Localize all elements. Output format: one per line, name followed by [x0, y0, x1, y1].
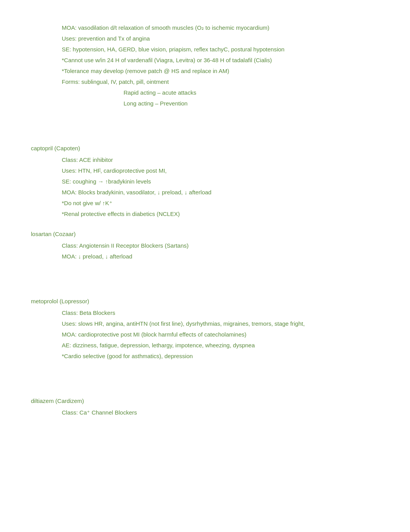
- captopril-line-5: *Do not give w/ ↑K⁺: [62, 199, 379, 208]
- captopril-line-4: MOA: Blocks bradykinin, vasodilator, ↓ p…: [62, 188, 379, 197]
- captopril-line-1: Class: ACE inhibitor: [62, 155, 379, 165]
- nitro-line-3: SE: hypotension, HA, GERD, blue vision, …: [62, 45, 379, 54]
- nitro-line-5: *Tolerance may develop (remove patch @ H…: [62, 66, 379, 76]
- captopril-name: captopril (Capoten): [31, 144, 379, 153]
- captopril-line-6: *Renal protective effects in diabetics (…: [62, 209, 379, 219]
- nitro-sub-line-2: Long acting – Prevention: [124, 99, 379, 108]
- losartan-line-2: MOA: ↓ preload, ↓ afterload: [62, 252, 379, 261]
- metoprolol-name: metoprolol (Lopressor): [31, 297, 379, 306]
- diltiazem-line-1: Class: Ca⁺ Channel Blockers: [62, 408, 379, 417]
- metoprolol-line-5: *Cardio selective (good for asthmatics),…: [62, 352, 379, 361]
- nitro-sub-line-1: Rapid acting – acute attacks: [124, 88, 379, 97]
- nitro-line-4: *Cannot use w/in 24 H of vardenafil (Via…: [62, 56, 379, 65]
- nitro-line-2: Uses: prevention and Tx of angina: [62, 34, 379, 43]
- diltiazem-name: diltiazem (Cardizem): [31, 396, 379, 406]
- nitro-line-1: MOA: vasodilation d/t relaxation of smoo…: [62, 23, 379, 32]
- nitro-line-6: Forms: sublingual, IV, patch, pill, oint…: [62, 77, 379, 87]
- metoprolol-line-4: AE: dizziness, fatigue, depression, leth…: [62, 341, 379, 350]
- captopril-line-2: Uses: HTN, HF, cardioprotective post MI,: [62, 166, 379, 175]
- losartan-name: losartan (Cozaar): [31, 229, 379, 239]
- metoprolol-line-1: Class: Beta Blockers: [62, 308, 379, 318]
- metoprolol-line-2: Uses: slows HR, angina, antiHTN (not fir…: [62, 319, 379, 328]
- captopril-line-3: SE: coughing → ↑bradykinin levels: [62, 177, 379, 186]
- losartan-line-1: Class: Angiotensin II Receptor Blockers …: [62, 241, 379, 250]
- metoprolol-line-3: MOA: cardioprotective post MI (block har…: [62, 330, 379, 339]
